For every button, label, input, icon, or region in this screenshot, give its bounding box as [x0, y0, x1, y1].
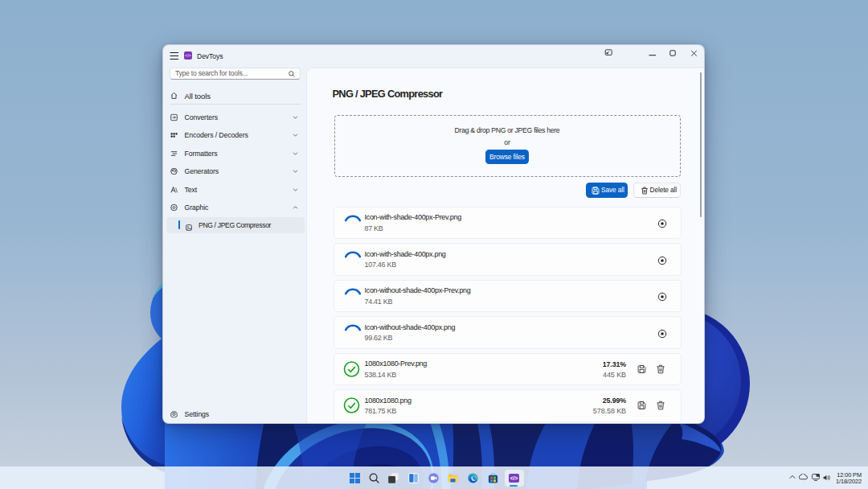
svg-text:</>: </> [510, 475, 518, 481]
